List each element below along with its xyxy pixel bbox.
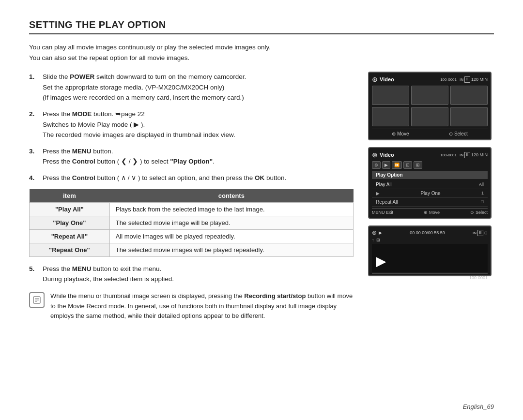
cam2-exit: MENU Exit (372, 210, 393, 215)
cam1-footer: ⊕ Move ⊙ Select (372, 129, 488, 136)
thumb-3 (450, 86, 488, 105)
cam2-menu-item-2: ▶ Play One 1 (372, 189, 488, 198)
cam1-header: ⊛ Video 100-0001 IN ⠿ 120 MIN (372, 75, 488, 83)
step-3-content: Press the MENU button. Press the Control… (43, 146, 354, 167)
step-3: 3. Press the MENU button. Press the Cont… (29, 146, 354, 167)
table-cell-content: The selected movie images will be played… (109, 243, 353, 256)
cam2-move: ⊕ Move (424, 210, 440, 215)
cam3-timecode: 00:00:00/00:55:59 (410, 230, 445, 235)
cam1-move: ⊕ Move (392, 131, 409, 136)
table-cell-content: Plays back from the selected image to th… (109, 202, 353, 216)
cam2-menu-header: ⊛ ▶ ⏩ ⊡ ⊞ (372, 161, 488, 169)
note-box: While the menu or thumbnail image screen… (29, 291, 354, 321)
thumb-5 (411, 107, 448, 126)
step-5-content: Press the MENU button to exit the menu. … (43, 264, 354, 285)
step-2-num: 2. (29, 109, 39, 140)
cam2-menu-title: Play Option (372, 171, 488, 179)
table-row: "Play All" Plays back from the selected … (30, 202, 354, 216)
play-arrow-icon: ▶ (376, 253, 386, 269)
cam1-select: ⊙ Select (449, 131, 468, 136)
table-row: "Repeat All" All movie images will be pl… (30, 229, 354, 243)
table-cell-content: All movie images will be played repeated… (109, 229, 353, 243)
step-1-content: Slide the POWER switch downward to turn … (43, 72, 354, 103)
thumb-4 (372, 107, 409, 126)
options-table: item contents "Play All" Plays back from… (29, 189, 354, 257)
table-cell-item: "Repeat One" (30, 243, 110, 256)
cam2-icons: 100-0001 IN ⠿ 120 MIN (440, 152, 488, 158)
cam3-header: ⊛ ▶ 00:00:00/00:55:59 IN ⠿ ⊡ (372, 229, 488, 236)
table-header-contents: contents (109, 189, 353, 203)
cam2-header: ⊛ Video 100-0001 IN ⠿ 120 MIN (372, 151, 488, 159)
camera-screen-2: ⊛ Video 100-0001 IN ⠿ 120 MIN ⊛ ▶ ⏩ ⊡ (368, 147, 492, 219)
page-container: SETTING THE PLAY OPTION You can play all… (0, 0, 523, 420)
camera-screen-1: ⊛ Video 100-0001 IN ⠿ 120 MIN (368, 72, 492, 140)
cam3-body: ▶ (372, 244, 488, 272)
table-cell-item: "Play One" (30, 216, 110, 229)
cam2-menu-item-3: Repeat All □ (372, 198, 488, 207)
cam2-menu-item-1: Play All All (372, 180, 488, 189)
table-header-item: item (30, 189, 110, 203)
section-title: SETTING THE PLAY OPTION (29, 19, 494, 34)
step-3-num: 3. (29, 146, 39, 167)
step-4: 4. Press the Control button ( ∧ / ∨ ) to… (29, 173, 354, 183)
step-4-num: 4. (29, 173, 39, 183)
cam3-footer: 100-0001 (372, 273, 488, 280)
cam1-title: Video (380, 76, 394, 82)
table-cell-item: "Play All" (30, 202, 110, 216)
note-text: While the menu or thumbnail image screen… (50, 291, 354, 321)
table-cell-content: The selected movie image will be played. (109, 216, 353, 229)
step-4-content: Press the Control button ( ∧ / ∨ ) to se… (43, 173, 354, 183)
cam2-footer: MENU Exit ⊕ Move ⊙ Select (372, 208, 488, 215)
table-row: "Play One" The selected movie image will… (30, 216, 354, 229)
right-content: ⊛ Video 100-0001 IN ⠿ 120 MIN (368, 72, 494, 321)
thumb-2 (411, 86, 448, 105)
step-1: 1. Slide the POWER switch downward to tu… (29, 72, 354, 103)
cam2-title: Video (380, 152, 394, 158)
page-footer: English_69 (463, 403, 494, 410)
camera-screen-3: ⊛ ▶ 00:00:00/00:55:59 IN ⠿ ⊡ ↑ ⊞ ▶ (368, 225, 492, 276)
thumb-6 (450, 107, 488, 126)
cam2-btn3: ⏩ (392, 161, 402, 169)
cam2-btn5: ⊞ (414, 161, 422, 169)
cam2-btn4: ⊡ (403, 161, 412, 169)
cam1-icons: 100-0001 IN ⠿ 120 MIN (440, 76, 488, 83)
step-5-num: 5. (29, 264, 39, 285)
step-5: 5. Press the MENU button to exit the men… (29, 264, 354, 285)
table-row: "Repeat One" The selected movie images w… (30, 243, 354, 256)
step-1-num: 1. (29, 72, 39, 103)
thumb-1 (372, 86, 409, 105)
step-2: 2. Press the MODE button. ➥page 22 Switc… (29, 109, 354, 140)
note-icon (29, 292, 45, 308)
left-content: 1. Slide the POWER switch downward to tu… (29, 72, 354, 321)
step-2-content: Press the MODE button. ➥page 22 Switches… (43, 109, 354, 140)
cam2-btn2: ▶ (382, 161, 390, 169)
cam3-file-id: 100-0001 (469, 275, 488, 280)
cam2-btn1: ⊛ (372, 161, 381, 169)
main-content: 1. Slide the POWER switch downward to tu… (29, 72, 494, 321)
intro-text: You can play all movie images continuous… (29, 42, 494, 63)
cam3-icons: IN ⠿ ⊡ (473, 230, 488, 236)
cam2-select: ⊙ Select (470, 210, 488, 215)
table-cell-item: "Repeat All" (30, 229, 110, 243)
thumbnail-grid (372, 86, 488, 126)
